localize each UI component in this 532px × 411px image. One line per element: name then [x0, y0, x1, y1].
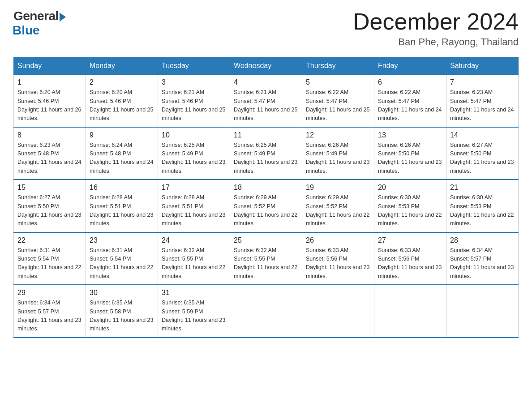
day-info: Sunrise: 6:33 AMSunset: 5:56 PMDaylight:…: [378, 246, 442, 281]
day-info: Sunrise: 6:20 AMSunset: 5:46 PMDaylight:…: [17, 88, 82, 123]
day-info: Sunrise: 6:35 AMSunset: 5:59 PMDaylight:…: [162, 299, 226, 334]
calendar-cell: 22Sunrise: 6:31 AMSunset: 5:54 PMDayligh…: [14, 232, 86, 285]
month-title: December 2024: [353, 9, 519, 34]
calendar-cell: 11Sunrise: 6:25 AMSunset: 5:49 PMDayligh…: [230, 127, 302, 180]
calendar-cell: 26Sunrise: 6:33 AMSunset: 5:56 PMDayligh…: [302, 232, 374, 285]
logo: General Blue: [13, 9, 66, 38]
calendar-cell: 9Sunrise: 6:24 AMSunset: 5:48 PMDaylight…: [86, 127, 158, 180]
day-number: 18: [234, 184, 298, 192]
day-number: 31: [162, 289, 226, 297]
logo-general-text: General: [13, 9, 59, 23]
day-number: 25: [234, 236, 298, 244]
day-number: 26: [306, 236, 370, 244]
day-info: Sunrise: 6:27 AMSunset: 5:50 PMDaylight:…: [450, 141, 515, 176]
calendar-cell: 4Sunrise: 6:21 AMSunset: 5:47 PMDaylight…: [230, 75, 302, 127]
day-info: Sunrise: 6:28 AMSunset: 5:51 PMDaylight:…: [162, 193, 226, 228]
day-info: Sunrise: 6:21 AMSunset: 5:46 PMDaylight:…: [162, 88, 226, 123]
calendar-cell: 19Sunrise: 6:29 AMSunset: 5:52 PMDayligh…: [302, 180, 374, 232]
location-subtitle: Ban Phe, Rayong, Thailand: [353, 36, 519, 48]
day-number: 3: [162, 78, 226, 86]
day-number: 21: [450, 184, 515, 192]
day-info: Sunrise: 6:31 AMSunset: 5:54 PMDaylight:…: [17, 246, 82, 281]
day-info: Sunrise: 6:34 AMSunset: 5:57 PMDaylight:…: [450, 246, 515, 281]
calendar-cell: 16Sunrise: 6:28 AMSunset: 5:51 PMDayligh…: [86, 180, 158, 232]
calendar-cell: 18Sunrise: 6:29 AMSunset: 5:52 PMDayligh…: [230, 180, 302, 232]
day-number: 17: [162, 184, 226, 192]
calendar-cell: 23Sunrise: 6:31 AMSunset: 5:54 PMDayligh…: [86, 232, 158, 285]
day-info: Sunrise: 6:30 AMSunset: 5:53 PMDaylight:…: [450, 193, 515, 228]
calendar-cell: 14Sunrise: 6:27 AMSunset: 5:50 PMDayligh…: [446, 127, 519, 180]
day-info: Sunrise: 6:25 AMSunset: 5:49 PMDaylight:…: [234, 141, 298, 176]
calendar-cell: 13Sunrise: 6:26 AMSunset: 5:50 PMDayligh…: [374, 127, 446, 180]
calendar-cell: 12Sunrise: 6:26 AMSunset: 5:49 PMDayligh…: [302, 127, 374, 180]
calendar-cell: [374, 285, 446, 338]
day-header-saturday: Saturday: [446, 57, 519, 75]
day-info: Sunrise: 6:25 AMSunset: 5:49 PMDaylight:…: [162, 141, 226, 176]
calendar-cell: 30Sunrise: 6:35 AMSunset: 5:58 PMDayligh…: [86, 285, 158, 338]
day-number: 14: [450, 131, 515, 139]
day-number: 16: [90, 184, 154, 192]
calendar-cell: 3Sunrise: 6:21 AMSunset: 5:46 PMDaylight…: [158, 75, 230, 127]
day-info: Sunrise: 6:33 AMSunset: 5:56 PMDaylight:…: [306, 246, 370, 281]
day-number: 15: [17, 184, 82, 192]
calendar-cell: 24Sunrise: 6:32 AMSunset: 5:55 PMDayligh…: [158, 232, 230, 285]
day-info: Sunrise: 6:31 AMSunset: 5:54 PMDaylight:…: [90, 246, 154, 281]
day-info: Sunrise: 6:23 AMSunset: 5:48 PMDaylight:…: [17, 141, 82, 176]
day-number: 5: [306, 78, 370, 86]
day-number: 30: [90, 289, 154, 297]
calendar-table: SundayMondayTuesdayWednesdayThursdayFrid…: [13, 57, 519, 338]
calendar-cell: 27Sunrise: 6:33 AMSunset: 5:56 PMDayligh…: [374, 232, 446, 285]
day-info: Sunrise: 6:30 AMSunset: 5:53 PMDaylight:…: [378, 193, 442, 228]
calendar-cell: 15Sunrise: 6:27 AMSunset: 5:50 PMDayligh…: [14, 180, 86, 232]
day-number: 4: [234, 78, 298, 86]
day-header-thursday: Thursday: [302, 57, 374, 75]
day-info: Sunrise: 6:29 AMSunset: 5:52 PMDaylight:…: [234, 193, 298, 228]
day-number: 2: [90, 78, 154, 86]
calendar-cell: 29Sunrise: 6:34 AMSunset: 5:57 PMDayligh…: [14, 285, 86, 338]
day-info: Sunrise: 6:20 AMSunset: 5:46 PMDaylight:…: [90, 88, 154, 123]
calendar-cell: 6Sunrise: 6:22 AMSunset: 5:47 PMDaylight…: [374, 75, 446, 127]
day-info: Sunrise: 6:27 AMSunset: 5:50 PMDaylight:…: [17, 193, 82, 228]
page-header: General Blue December 2024 Ban Phe, Rayo…: [13, 9, 519, 48]
calendar-cell: [230, 285, 302, 338]
day-number: 1: [17, 78, 82, 86]
day-info: Sunrise: 6:23 AMSunset: 5:47 PMDaylight:…: [450, 88, 515, 123]
day-number: 13: [378, 131, 442, 139]
day-number: 8: [17, 131, 82, 139]
day-header-friday: Friday: [374, 57, 446, 75]
calendar-cell: 2Sunrise: 6:20 AMSunset: 5:46 PMDaylight…: [86, 75, 158, 127]
calendar-cell: 1Sunrise: 6:20 AMSunset: 5:46 PMDaylight…: [14, 75, 86, 127]
calendar-cell: 25Sunrise: 6:32 AMSunset: 5:55 PMDayligh…: [230, 232, 302, 285]
day-number: 28: [450, 236, 515, 244]
day-info: Sunrise: 6:28 AMSunset: 5:51 PMDaylight:…: [90, 193, 154, 228]
calendar-cell: 5Sunrise: 6:22 AMSunset: 5:47 PMDaylight…: [302, 75, 374, 127]
day-info: Sunrise: 6:32 AMSunset: 5:55 PMDaylight:…: [234, 246, 298, 281]
day-info: Sunrise: 6:22 AMSunset: 5:47 PMDaylight:…: [378, 88, 442, 123]
day-number: 23: [90, 236, 154, 244]
day-header-wednesday: Wednesday: [230, 57, 302, 75]
day-info: Sunrise: 6:21 AMSunset: 5:47 PMDaylight:…: [234, 88, 298, 123]
day-number: 19: [306, 184, 370, 192]
day-info: Sunrise: 6:34 AMSunset: 5:57 PMDaylight:…: [17, 299, 82, 334]
logo-arrow-icon: [60, 13, 66, 21]
day-number: 10: [162, 131, 226, 139]
day-header-monday: Monday: [86, 57, 158, 75]
title-section: December 2024 Ban Phe, Rayong, Thailand: [353, 9, 519, 48]
day-number: 6: [378, 78, 442, 86]
day-header-tuesday: Tuesday: [158, 57, 230, 75]
day-number: 27: [378, 236, 442, 244]
day-info: Sunrise: 6:32 AMSunset: 5:55 PMDaylight:…: [162, 246, 226, 281]
calendar-cell: 8Sunrise: 6:23 AMSunset: 5:48 PMDaylight…: [14, 127, 86, 180]
day-info: Sunrise: 6:26 AMSunset: 5:49 PMDaylight:…: [306, 141, 370, 176]
calendar-cell: [446, 285, 519, 338]
calendar-cell: 17Sunrise: 6:28 AMSunset: 5:51 PMDayligh…: [158, 180, 230, 232]
calendar-cell: 10Sunrise: 6:25 AMSunset: 5:49 PMDayligh…: [158, 127, 230, 180]
day-info: Sunrise: 6:24 AMSunset: 5:48 PMDaylight:…: [90, 141, 154, 176]
day-number: 24: [162, 236, 226, 244]
day-number: 20: [378, 184, 442, 192]
calendar-cell: 21Sunrise: 6:30 AMSunset: 5:53 PMDayligh…: [446, 180, 519, 232]
day-number: 22: [17, 236, 82, 244]
day-number: 12: [306, 131, 370, 139]
logo-blue-text: Blue: [13, 23, 40, 38]
day-info: Sunrise: 6:29 AMSunset: 5:52 PMDaylight:…: [306, 193, 370, 228]
